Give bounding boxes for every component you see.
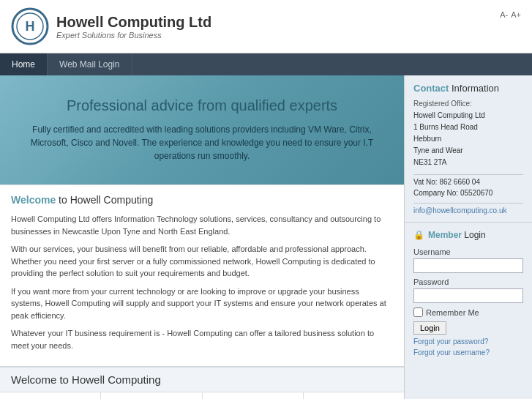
svg-text:H: H bbox=[26, 19, 35, 34]
welcome-section: Welcome to Howell Computing Howell Compu… bbox=[0, 184, 404, 366]
welcome-para-1: Howell Computing Ltd offers Information … bbox=[11, 213, 393, 237]
remember-me-row: Remember Me bbox=[413, 307, 523, 317]
page-header: H Howell Computing Ltd Expert Solutions … bbox=[0, 0, 532, 53]
tab-novell[interactable]: Novell News bbox=[304, 392, 404, 399]
login-button[interactable]: Login bbox=[413, 321, 446, 335]
welcome-para-2: With our services, your business will be… bbox=[11, 243, 393, 280]
hero-description: Fully certified and accredited with lead… bbox=[26, 123, 378, 163]
news-tabs: VMware News Citrix News RedHat News Nove… bbox=[0, 392, 404, 399]
remember-me-label: Remember Me bbox=[426, 308, 479, 317]
navbar: Home Web Mail Login bbox=[0, 53, 532, 75]
nav-item-webmail[interactable]: Web Mail Login bbox=[48, 53, 132, 75]
username-label: Username bbox=[413, 247, 523, 256]
logo-area: H Howell Computing Ltd Expert Solutions … bbox=[11, 7, 211, 45]
sidebar: Contact Information Registered Office: H… bbox=[404, 75, 532, 399]
password-label: Password bbox=[413, 277, 523, 286]
welcome-para-3: If you want more from your current techn… bbox=[11, 286, 393, 322]
main-layout: Professional advice from qualified exper… bbox=[0, 75, 532, 399]
welcome-para-4: Whatever your IT business requirement is… bbox=[11, 327, 393, 351]
tab-redhat[interactable]: RedHat News bbox=[203, 392, 304, 399]
hero-banner: Professional advice from qualified exper… bbox=[0, 75, 404, 184]
welcome-subtitle: Welcome to Howell Computing bbox=[11, 194, 393, 206]
font-decrease-btn[interactable]: A- bbox=[500, 10, 508, 19]
member-login: 🔒 Member Login Username Password Remembe… bbox=[405, 223, 532, 364]
forgot-username-link[interactable]: Forgot your username? bbox=[413, 348, 523, 357]
remember-me-checkbox[interactable] bbox=[413, 307, 423, 317]
font-increase-btn[interactable]: A+ bbox=[511, 10, 521, 19]
content-area: Professional advice from qualified exper… bbox=[0, 75, 404, 399]
logo-text: Howell Computing Ltd Expert Solutions fo… bbox=[56, 14, 211, 40]
contact-info: Contact Information Registered Office: H… bbox=[405, 75, 532, 223]
tab-citrix[interactable]: Citrix News bbox=[101, 392, 202, 399]
contact-email[interactable]: info@howellcomputing.co.uk bbox=[413, 206, 523, 215]
contact-header: Contact Information bbox=[413, 83, 523, 94]
login-header: 🔒 Member Login bbox=[413, 230, 523, 240]
registered-label: Registered Office: bbox=[413, 100, 523, 108]
hero-title: Professional advice from qualified exper… bbox=[67, 97, 337, 114]
contact-company: Company No: 05520670 bbox=[413, 189, 523, 197]
tab-vmware[interactable]: VMware News bbox=[0, 392, 101, 399]
contact-address: Howell Computing Ltd 1 Burns Head Road H… bbox=[413, 110, 523, 168]
nav-item-home[interactable]: Home bbox=[0, 53, 48, 75]
lock-icon: 🔒 bbox=[413, 230, 424, 240]
contact-vat: Vat No: 862 6660 04 bbox=[413, 178, 523, 186]
font-size-controls: A- A+ bbox=[500, 10, 521, 19]
logo-icon: H bbox=[11, 7, 49, 45]
login-btn-row: Login bbox=[413, 321, 523, 335]
welcome-heading: Welcome to Howell Computing bbox=[0, 366, 404, 392]
company-tagline: Expert Solutions for Business bbox=[56, 31, 211, 40]
username-input[interactable] bbox=[413, 258, 523, 273]
forgot-password-link[interactable]: Forgot your password? bbox=[413, 338, 523, 346]
login-header-text: Member Login bbox=[428, 230, 486, 240]
password-input[interactable] bbox=[413, 288, 523, 303]
company-name: Howell Computing Ltd bbox=[56, 14, 211, 31]
